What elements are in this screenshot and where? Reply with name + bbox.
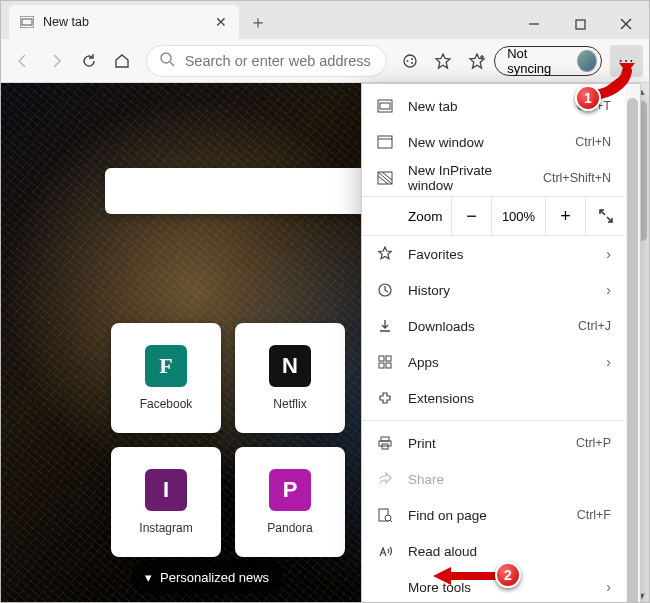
collections-icon[interactable] — [461, 44, 492, 78]
quick-links-grid: F Facebook N Netflix I Instagram P Pando… — [111, 323, 345, 557]
svg-rect-21 — [386, 356, 391, 361]
find-icon — [376, 506, 394, 524]
menu-item-downloads[interactable]: Downloads Ctrl+J — [362, 308, 625, 344]
tile-icon: N — [269, 345, 311, 387]
quick-link-facebook[interactable]: F Facebook — [111, 323, 221, 433]
home-button[interactable] — [107, 44, 138, 78]
menu-separator — [362, 420, 625, 421]
svg-rect-20 — [379, 356, 384, 361]
menu-item-favorites[interactable]: Favorites › — [362, 236, 625, 272]
zoom-out-button[interactable]: − — [451, 197, 491, 235]
read-aloud-icon — [376, 542, 394, 560]
titlebar: New tab ✕ ＋ — [1, 1, 649, 39]
menu-scrollbar[interactable] — [625, 84, 640, 603]
svg-line-7 — [170, 62, 174, 66]
menu-item-new-window[interactable]: New window Ctrl+N — [362, 124, 625, 160]
new-tab-button[interactable]: ＋ — [243, 7, 273, 37]
refresh-button[interactable] — [73, 44, 104, 78]
news-label: Personalized news — [160, 570, 269, 585]
menu-label: Read aloud — [408, 544, 611, 559]
extensions-icon — [376, 389, 394, 407]
inprivate-icon — [376, 169, 394, 187]
annotation-step-1: 1 — [575, 85, 601, 111]
tile-label: Instagram — [139, 521, 192, 535]
menu-item-apps[interactable]: Apps › — [362, 344, 625, 380]
favorite-star-icon[interactable] — [428, 44, 459, 78]
back-button — [7, 44, 38, 78]
menu-zoom-row: Zoom − 100% + — [362, 196, 625, 236]
menu-item-print[interactable]: Print Ctrl+P — [362, 425, 625, 461]
menu-label: Extensions — [408, 391, 611, 406]
menu-item-history[interactable]: History › — [362, 272, 625, 308]
address-input[interactable] — [185, 53, 374, 69]
scroll-thumb[interactable] — [627, 98, 638, 603]
svg-point-8 — [404, 55, 416, 67]
svg-rect-16 — [378, 136, 392, 148]
svg-point-9 — [407, 60, 409, 62]
menu-item-find[interactable]: Find on page Ctrl+F — [362, 497, 625, 533]
svg-rect-3 — [576, 20, 585, 29]
blank-icon — [376, 578, 394, 596]
chevron-right-icon: › — [606, 282, 611, 298]
tile-icon: I — [145, 469, 187, 511]
forward-button — [40, 44, 71, 78]
chevron-down-icon: ▾ — [145, 570, 152, 585]
settings-and-more-menu: New tab Ctrl+T New window Ctrl+N New InP… — [361, 83, 641, 603]
chevron-right-icon: › — [606, 579, 611, 595]
profile-sync-button[interactable]: Not syncing — [494, 46, 602, 76]
menu-shortcut: Ctrl+F — [577, 508, 611, 522]
annotation-arrow-2 — [433, 565, 503, 591]
window-close-button[interactable] — [603, 9, 649, 39]
tile-icon: F — [145, 345, 187, 387]
tile-label: Netflix — [273, 397, 306, 411]
zoom-label: Zoom — [362, 209, 451, 224]
browser-tab[interactable]: New tab ✕ — [9, 5, 239, 39]
menu-item-share: Share — [362, 461, 625, 497]
svg-rect-22 — [379, 363, 384, 368]
toolbar: Not syncing ⋯ — [1, 39, 649, 83]
zoom-value: 100% — [491, 197, 545, 235]
history-icon — [376, 281, 394, 299]
menu-item-new-inprivate[interactable]: New InPrivate window Ctrl+Shift+N — [362, 160, 625, 196]
print-icon — [376, 434, 394, 452]
chevron-right-icon: › — [606, 246, 611, 262]
tab-title: New tab — [43, 15, 205, 29]
menu-item-extensions[interactable]: Extensions — [362, 380, 625, 416]
apps-icon — [376, 353, 394, 371]
menu-label: Downloads — [408, 319, 564, 334]
svg-rect-24 — [381, 437, 389, 441]
quick-link-pandora[interactable]: P Pandora — [235, 447, 345, 557]
menu-shortcut: Ctrl+J — [578, 319, 611, 333]
menu-label: History — [408, 283, 592, 298]
tile-label: Pandora — [267, 521, 312, 535]
address-bar[interactable] — [146, 45, 387, 77]
window-maximize-button[interactable] — [557, 9, 603, 39]
tracking-prevention-icon[interactable] — [395, 44, 426, 78]
svg-point-6 — [161, 53, 171, 63]
chevron-right-icon: › — [606, 354, 611, 370]
new-tab-icon — [376, 97, 394, 115]
svg-line-29 — [390, 520, 392, 522]
menu-item-read-aloud[interactable]: Read aloud — [362, 533, 625, 569]
zoom-in-button[interactable]: + — [545, 197, 585, 235]
quick-link-instagram[interactable]: I Instagram — [111, 447, 221, 557]
svg-point-10 — [411, 58, 413, 60]
fullscreen-button[interactable] — [585, 197, 625, 235]
quick-link-netflix[interactable]: N Netflix — [235, 323, 345, 433]
menu-label: Print — [408, 436, 562, 451]
svg-point-11 — [411, 62, 413, 64]
menu-label: Find on page — [408, 508, 563, 523]
svg-marker-32 — [433, 567, 503, 585]
annotation-step-2: 2 — [495, 562, 521, 588]
search-icon — [159, 51, 175, 71]
star-icon — [376, 245, 394, 263]
tile-label: Facebook — [140, 397, 193, 411]
tab-close-icon[interactable]: ✕ — [213, 14, 229, 30]
menu-shortcut: Ctrl+Shift+N — [543, 171, 611, 185]
personalized-news-toggle[interactable]: ▾ Personalized news — [131, 560, 283, 594]
tab-favicon-icon — [19, 14, 35, 30]
menu-shortcut: Ctrl+N — [575, 135, 611, 149]
new-window-icon — [376, 133, 394, 151]
share-icon — [376, 470, 394, 488]
window-minimize-button[interactable] — [511, 9, 557, 39]
